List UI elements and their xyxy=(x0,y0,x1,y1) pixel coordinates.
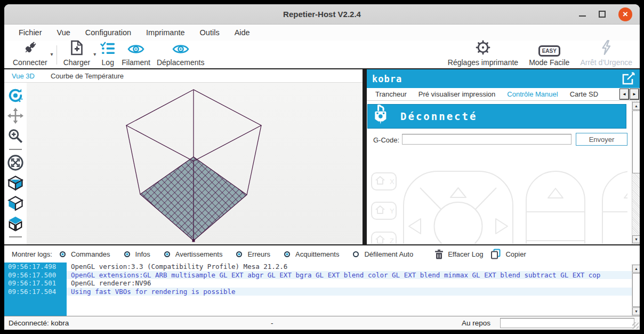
log-panel: Montrer logs: Commandes Infos xyxy=(4,244,640,316)
log-scroll-up-icon[interactable]: ▲ xyxy=(632,265,640,273)
load-dropdown-icon[interactable]: ▾ xyxy=(93,51,96,57)
printer-name: kobra xyxy=(367,74,402,84)
top-view-cube-icon[interactable] xyxy=(7,215,24,232)
log-scroll-down-icon[interactable]: ▼ xyxy=(632,307,640,315)
extruder-jog-column[interactable] xyxy=(602,171,627,244)
close-icon[interactable]: × xyxy=(618,7,632,21)
resize-grip-icon[interactable] xyxy=(632,322,639,329)
rotate-view-icon[interactable] xyxy=(7,87,24,104)
scroll-thumb[interactable] xyxy=(632,110,640,173)
filter-radio-icon[interactable] xyxy=(236,251,242,257)
filter-radio-icon[interactable] xyxy=(60,251,66,257)
panel-scrollbar[interactable]: ▲ ▼ xyxy=(632,101,640,244)
send-button[interactable]: Envoyer xyxy=(576,133,627,146)
connect-dropdown-icon[interactable]: ▾ xyxy=(51,51,53,57)
z-jog-column[interactable] xyxy=(526,171,585,244)
log-toolbar: Montrer logs: Commandes Infos xyxy=(4,245,640,263)
menu-item[interactable]: Outils xyxy=(192,28,227,37)
z-up-icon[interactable] xyxy=(548,188,563,198)
log-filter-toggle[interactable]: Défilement Auto xyxy=(353,250,420,258)
view-tab[interactable]: Courbe de Température xyxy=(51,72,124,80)
status-field xyxy=(500,318,634,328)
menu-item[interactable]: Vue xyxy=(50,28,78,37)
control-panel: kobra TrancheurPré visualiser impression… xyxy=(367,69,640,244)
zoom-view-icon[interactable] xyxy=(7,128,24,145)
control-tab[interactable]: Contrôle Manuel xyxy=(507,90,558,98)
travel-toggle-button[interactable]: Déplacements xyxy=(157,43,205,67)
filament-toggle-button[interactable]: Filament xyxy=(122,43,150,67)
log-message: OpenGL extensions:GL ARB multisample GL … xyxy=(67,271,640,280)
scroll-up-icon[interactable]: ▲ xyxy=(632,102,640,110)
jog-up-icon[interactable] xyxy=(450,188,466,197)
jog-left-icon[interactable] xyxy=(409,219,421,234)
log-filter-toggle[interactable]: Infos xyxy=(124,250,157,258)
control-tab[interactable]: Trancheur xyxy=(375,90,407,98)
edit-printer-icon[interactable] xyxy=(621,71,635,88)
app-window: Repetier-Host V2.2.4 × FichierVueConfigu… xyxy=(4,4,640,330)
view-tab[interactable]: Vue 3D xyxy=(12,72,35,80)
log-filter-toggle[interactable]: Acquittements xyxy=(284,250,345,258)
home-z-button[interactable]: Z xyxy=(372,232,396,244)
menu-item[interactable]: Imprimante xyxy=(139,28,192,37)
pan-view-icon[interactable] xyxy=(7,107,24,124)
menu-item[interactable]: Aide xyxy=(227,28,257,37)
copy-log-button[interactable]: Copier xyxy=(505,250,526,258)
xy-jog-pad[interactable] xyxy=(404,171,513,244)
print-bed-3d-view[interactable] xyxy=(27,83,363,244)
log-filter-toggle[interactable]: Commandes xyxy=(60,250,117,258)
view-toolbar-separator xyxy=(9,149,22,150)
window-frame: Repetier-Host V2.2.4 × FichierVueConfigu… xyxy=(0,0,644,334)
extruder-up-icon[interactable] xyxy=(624,188,627,198)
log-message: OpenGL renderer:NV96 xyxy=(67,279,640,288)
tab-scroll-right-icon[interactable]: ► xyxy=(630,89,639,99)
menu-item[interactable]: Configuration xyxy=(78,28,139,37)
filter-radio-icon[interactable] xyxy=(164,251,170,257)
scroll-down-icon[interactable]: ▼ xyxy=(632,235,640,243)
easy-badge-icon: EASY xyxy=(538,45,560,57)
log-scroll-thumb[interactable] xyxy=(632,273,640,307)
filter-radio-icon[interactable] xyxy=(124,251,130,257)
connect-button[interactable]: Connecter xyxy=(13,41,47,67)
copy-icon[interactable] xyxy=(490,249,501,259)
menu-item[interactable]: Fichier xyxy=(11,28,50,37)
log-scrollbar[interactable]: ▲ ▼ xyxy=(632,264,640,316)
gcode-input[interactable] xyxy=(402,134,571,145)
trash-icon[interactable] xyxy=(434,249,444,259)
tab-scroll-left-icon[interactable]: ◄ xyxy=(620,89,629,99)
travel-eye-icon xyxy=(172,43,190,58)
log-filter-toggle[interactable]: Avertissements xyxy=(164,250,229,258)
jog-controls[interactable]: X Y Z xyxy=(367,165,627,244)
vertical-splitter[interactable] xyxy=(363,69,367,244)
minimize-icon[interactable] xyxy=(579,12,586,17)
log-toggle-button[interactable]: Log xyxy=(100,42,115,67)
easy-mode-button[interactable]: EASY Mode Facile xyxy=(529,45,569,67)
load-button[interactable]: Charger xyxy=(63,40,91,67)
filter-radio-icon[interactable] xyxy=(353,251,359,257)
home-x-button[interactable]: X xyxy=(372,173,396,190)
front-view-cube-icon[interactable] xyxy=(7,195,24,212)
connection-status: Déconnecté: kobra xyxy=(4,319,69,327)
home-y-button[interactable]: Y xyxy=(372,202,396,219)
title-bar[interactable]: Repetier-Host V2.2.4 × xyxy=(4,4,640,25)
view-toolbar xyxy=(4,83,27,244)
toolbar-separator xyxy=(57,45,57,65)
print-volume-wireframe xyxy=(126,90,261,242)
view-panel: Vue 3DCourbe de Température xyxy=(4,69,363,244)
maximize-icon[interactable] xyxy=(599,11,606,18)
clear-log-button[interactable]: Effacer Log xyxy=(448,250,483,258)
log-filter-toggle[interactable]: Erreurs xyxy=(236,250,277,258)
connection-status-banner: Déconnecté xyxy=(367,104,626,129)
fit-view-icon[interactable] xyxy=(7,154,24,171)
iso-view-cube-icon[interactable] xyxy=(7,174,24,192)
jog-right-icon[interactable] xyxy=(496,219,508,234)
lightning-icon xyxy=(599,39,613,58)
control-tabs: TrancheurPré visualiser impressionContrô… xyxy=(367,88,640,101)
printer-settings-button[interactable]: Réglages imprimante xyxy=(448,39,518,67)
control-tab[interactable]: Pré visualiser impression xyxy=(418,90,496,98)
filter-radio-icon[interactable] xyxy=(284,251,290,257)
printer-header: kobra xyxy=(367,69,640,88)
log-list-icon xyxy=(100,42,115,58)
plug-icon xyxy=(22,41,38,58)
control-tab[interactable]: Carte SD xyxy=(570,90,598,98)
status-bar: Déconnecté: kobra - Au repos xyxy=(4,316,640,330)
